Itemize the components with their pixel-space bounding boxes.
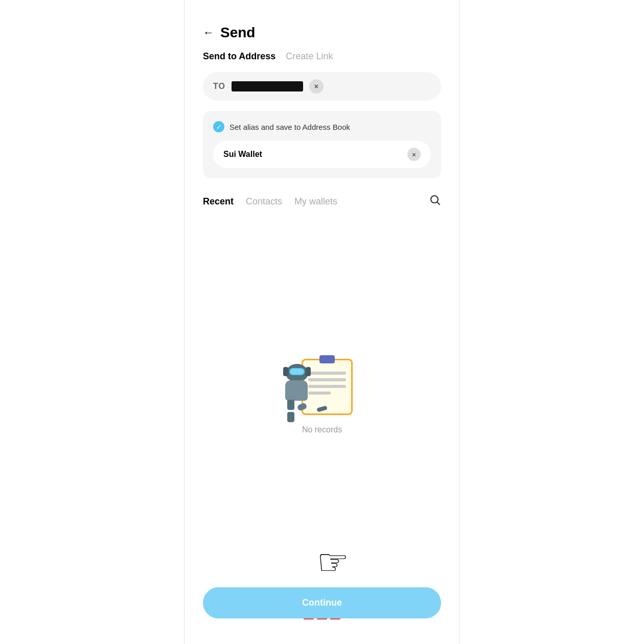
robot-leg-left <box>287 400 294 410</box>
to-clear-button[interactable]: × <box>309 79 324 94</box>
alias-checkbox-label: Set alias and save to Address Book <box>229 123 350 131</box>
section-tabs: Send to Address Create Link <box>185 51 459 62</box>
page-title: Send <box>220 25 255 41</box>
robot-leg-right <box>287 412 294 422</box>
robot-ear-right <box>306 367 311 376</box>
svg-line-1 <box>438 202 440 205</box>
robot-head <box>286 364 308 381</box>
tab-contacts[interactable]: Contacts <box>246 196 282 207</box>
robot-ear-left <box>283 367 288 376</box>
continue-btn-wrapper: ☞ Continue <box>185 587 459 644</box>
empty-state: No records <box>185 221 459 587</box>
empty-illustration <box>281 333 363 415</box>
continue-button[interactable]: Continue <box>203 587 441 618</box>
robot-visor <box>289 368 305 375</box>
filter-tabs: Recent Contacts My wallets <box>185 194 459 209</box>
to-address-value <box>232 81 303 91</box>
header: ← Send <box>185 0 459 51</box>
alias-checkbox-row[interactable]: ✓ Set alias and save to Address Book <box>213 121 431 132</box>
tab-my-wallets[interactable]: My wallets <box>294 196 337 207</box>
alias-value: Sui Wallet <box>223 150 262 159</box>
no-records-text: No records <box>302 425 342 434</box>
alias-clear-button[interactable]: × <box>407 148 421 161</box>
clipboard-clip <box>319 355 335 363</box>
robot-legs <box>287 400 306 410</box>
robot-body <box>285 380 308 401</box>
search-icon[interactable] <box>429 194 441 209</box>
tab-recent[interactable]: Recent <box>203 196 234 207</box>
to-label: TO <box>213 82 225 91</box>
to-input-wrapper[interactable]: TO × <box>203 72 441 101</box>
alias-section: ✓ Set alias and save to Address Book Sui… <box>203 111 441 178</box>
tab-create-link[interactable]: Create Link <box>286 51 333 62</box>
tab-send-to-address[interactable]: Send to Address <box>203 51 275 62</box>
alias-input-row[interactable]: Sui Wallet × <box>213 141 431 168</box>
robot-character <box>281 364 322 415</box>
alias-checkbox[interactable]: ✓ <box>213 121 224 132</box>
back-button[interactable]: ← <box>203 26 214 39</box>
